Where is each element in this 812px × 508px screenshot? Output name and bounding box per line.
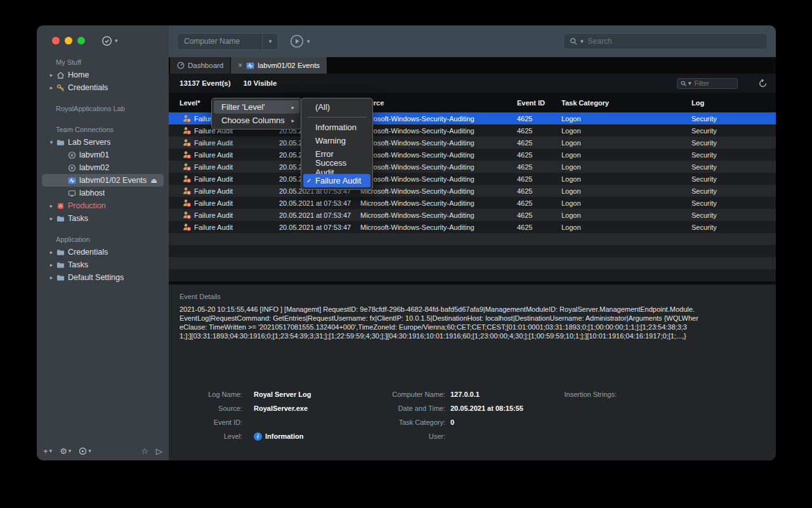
cell-date-time: 20.05.2021 at 07:53:47 [274, 211, 355, 219]
event-row[interactable]: Failure Audit20.05.2021 at 07:53:47Micro… [169, 161, 776, 173]
cell-log: Security [686, 187, 776, 195]
column-header-task-category[interactable]: Task Category [556, 99, 686, 107]
combobox-dropdown-button[interactable]: ▾ [262, 34, 278, 50]
zoom-window-button[interactable] [77, 37, 85, 44]
cell-log: Security [686, 199, 776, 207]
cell-log: Security [686, 127, 776, 135]
failure-audit-icon [183, 223, 191, 231]
server-icon [67, 164, 77, 172]
sidebar-item-labvm02[interactable]: labvm02 [42, 161, 164, 174]
computer-name-combobox[interactable]: Computer Name ▾ [177, 33, 278, 50]
cell-source: Microsoft-Windows-Security-Auditing [355, 199, 512, 207]
menu-item-success-audit[interactable]: Success Audit [303, 161, 370, 174]
sidebar-item-tasks[interactable]: ▸Tasks [42, 258, 164, 271]
sidebar-item-labhost[interactable]: labhost [42, 187, 164, 199]
menu-item-all[interactable]: (All) [303, 100, 370, 114]
status-bar: 13137 Event(s) 10 Visible ▾ [169, 74, 776, 93]
event-row[interactable]: Failure Audit20.05.2021 at 07:53:47Micro… [169, 185, 776, 197]
search-field[interactable]: ▾ [563, 33, 768, 50]
chevron-right-icon[interactable]: ▸ [48, 262, 55, 268]
sidebar-item-production[interactable]: ▸Production [42, 199, 164, 212]
level-text: Failure Audit [194, 199, 233, 207]
menu-item-label: (All) [315, 102, 330, 112]
cell-level: Failure Audit [169, 150, 274, 159]
level-value-text: Information [265, 432, 304, 440]
sidebar-item-tasks[interactable]: ▸Tasks [42, 212, 164, 225]
event-row[interactable]: Failure Audit20.05.2021 at 07:53:47Micro… [169, 137, 776, 149]
cell-log: Security [686, 211, 776, 219]
chevron-right-icon[interactable]: ▸ [48, 215, 55, 222]
cell-level: Failure Audit [169, 211, 274, 219]
event-row[interactable]: Failure Audit20.05.2021 at 07:53:47Micro… [169, 221, 776, 233]
sidebar-item-credentials[interactable]: ▸Credentials [42, 81, 164, 94]
tab-events[interactable]: × labvm01/02 Events [231, 57, 327, 74]
menu-item-choose-columns[interactable]: Choose Columns▸ [214, 114, 299, 127]
cell-event-id: 4625 [512, 199, 556, 207]
chevron-right-icon[interactable]: ▸ [48, 203, 55, 209]
tab-label: Dashboard [188, 62, 223, 69]
column-header-event-id[interactable]: Event ID [512, 99, 556, 107]
chevron-right-icon[interactable]: ▸ [48, 274, 55, 281]
table-empty-row [169, 257, 776, 269]
event-row[interactable]: Failure Audit20.05.2021 at 07:53:47Micro… [169, 149, 776, 161]
chevron-down-icon[interactable]: ▾ [48, 139, 55, 145]
failure-audit-icon [183, 114, 191, 123]
level-text: Failure Audit [194, 151, 233, 159]
event-row[interactable]: Failure Audit20.05.2021 at 07:53:47Micro… [169, 209, 776, 221]
event-row[interactable]: Failure Audit20.05.2021 at 07:53:47Micro… [169, 197, 776, 209]
submenu-arrow-icon: ▸ [291, 117, 294, 124]
cell-log: Security [686, 139, 776, 147]
cell-level: Failure Audit [169, 163, 274, 171]
cell-log: Security [686, 115, 776, 123]
sidebar-item-default-settings[interactable]: ▸Default Settings [42, 271, 164, 284]
sidebar-footer: + ▾ ⚙ ▾ ▾ ☆ ▷ [37, 441, 169, 460]
sidebar-item-label: Tasks [68, 214, 88, 223]
menu-item-failure-audit[interactable]: ✓Failure Audit [303, 174, 370, 187]
refresh-button[interactable] [758, 79, 768, 88]
computer-name-placeholder: Computer Name [178, 37, 262, 46]
connect-dropdown-button[interactable]: ▾ [290, 34, 310, 48]
menu-item-filter-level[interactable]: Filter 'Level'▸ [214, 100, 299, 114]
settings-button[interactable]: ⚙ ▾ [60, 446, 71, 456]
minimize-window-button[interactable] [65, 37, 72, 44]
sidebar-item-home[interactable]: ▸Home [42, 69, 164, 81]
app-window: ▾ My Stuff▸Home▸CredentialsRoyalApplicat… [37, 25, 776, 460]
server-icon [67, 151, 77, 159]
view-options-button[interactable]: ▾ [79, 447, 91, 455]
tab-dashboard[interactable]: Dashboard [170, 57, 230, 74]
events-icon [246, 62, 254, 70]
cell-date-time: 20.05.2021 at 07:53:47 [274, 199, 355, 207]
event-row[interactable]: Failure Audit20.05.2021 at 07:53:47Micro… [169, 173, 776, 185]
menu-item-information[interactable]: Information [303, 121, 370, 134]
tab-close-button[interactable]: × [238, 61, 242, 70]
sidebar-item-label: Lab Servers [68, 138, 110, 147]
column-header-log[interactable]: Log [686, 99, 776, 107]
traffic-lights [52, 37, 85, 44]
filter-input[interactable] [693, 79, 734, 88]
play-circle-icon [290, 34, 304, 48]
sidebar-item-labvm01-02-events[interactable]: labvm01/02 Events⏏ [42, 174, 164, 187]
menu-item-warning[interactable]: Warning [303, 134, 370, 147]
chevron-right-icon[interactable]: ▸ [48, 72, 55, 78]
connect-button[interactable]: ▷ [156, 446, 162, 456]
sidebar-gap [37, 225, 169, 233]
connection-status-menu-button[interactable]: ▾ [102, 36, 118, 46]
cell-level: Failure Audit [169, 138, 274, 147]
level-text: Failure Audit [194, 163, 233, 171]
cell-source: Microsoft-Windows-Security-Auditing [355, 139, 512, 147]
sidebar-item-labvm01[interactable]: labvm01 [42, 149, 164, 161]
close-window-button[interactable] [52, 37, 60, 44]
column-header-source[interactable]: Source [355, 99, 512, 107]
sidebar-item-credentials[interactable]: ▸Credentials [42, 246, 164, 258]
star-icon: ☆ [141, 446, 148, 456]
add-connection-button[interactable]: + ▾ [43, 446, 52, 456]
sidebar-item-label: labvm01/02 Events [79, 176, 147, 185]
favorite-button[interactable]: ☆ [141, 446, 148, 456]
search-input[interactable] [587, 36, 761, 46]
chevron-right-icon[interactable]: ▸ [48, 249, 55, 255]
eject-icon[interactable]: ⏏ [151, 177, 157, 185]
table-empty-row [169, 233, 776, 245]
chevron-right-icon[interactable]: ▸ [48, 84, 55, 91]
sidebar-item-lab-servers[interactable]: ▾Lab Servers [42, 136, 164, 149]
filter-field[interactable]: ▾ [677, 78, 738, 89]
